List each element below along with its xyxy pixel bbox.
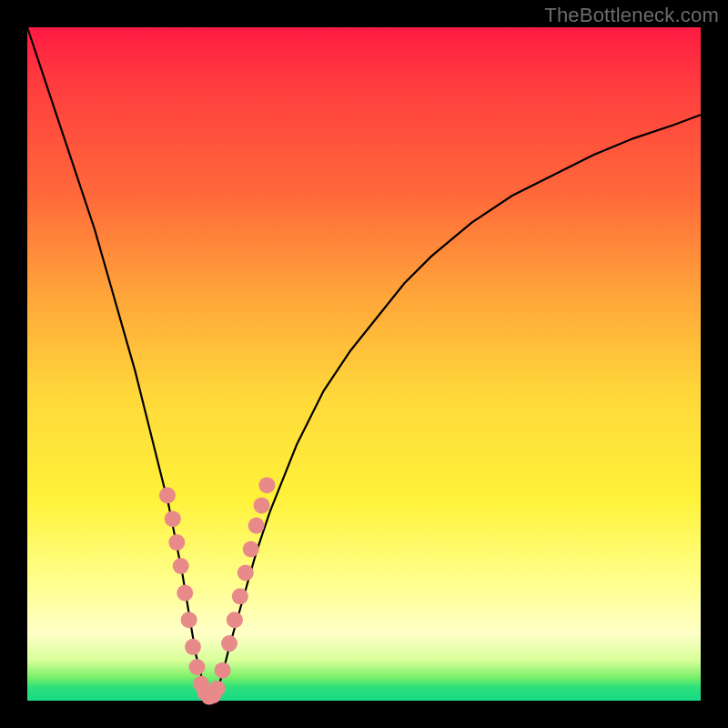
bottleneck-curve — [27, 27, 701, 697]
curve-svg — [27, 27, 701, 701]
marker-point — [185, 639, 201, 655]
marker-point — [254, 497, 270, 513]
marker-point — [177, 585, 193, 602]
marker-point — [227, 612, 243, 628]
marker-point — [238, 564, 254, 581]
marker-point — [173, 558, 189, 574]
marker-point — [189, 659, 206, 675]
marker-point — [258, 477, 275, 493]
marker-point — [209, 681, 226, 697]
marker-point — [168, 534, 185, 551]
marker-point — [248, 518, 265, 534]
highlight-markers — [159, 477, 276, 704]
marker-point — [215, 662, 231, 679]
marker-point — [243, 541, 259, 558]
marker-point — [159, 487, 176, 503]
plot-area — [27, 27, 701, 701]
watermark-text: TheBottleneck.com — [544, 4, 719, 27]
marker-point — [221, 635, 238, 652]
marker-point — [232, 588, 248, 604]
chart-frame: TheBottleneck.com — [0, 0, 728, 728]
marker-point — [181, 612, 197, 628]
marker-point — [165, 511, 181, 527]
